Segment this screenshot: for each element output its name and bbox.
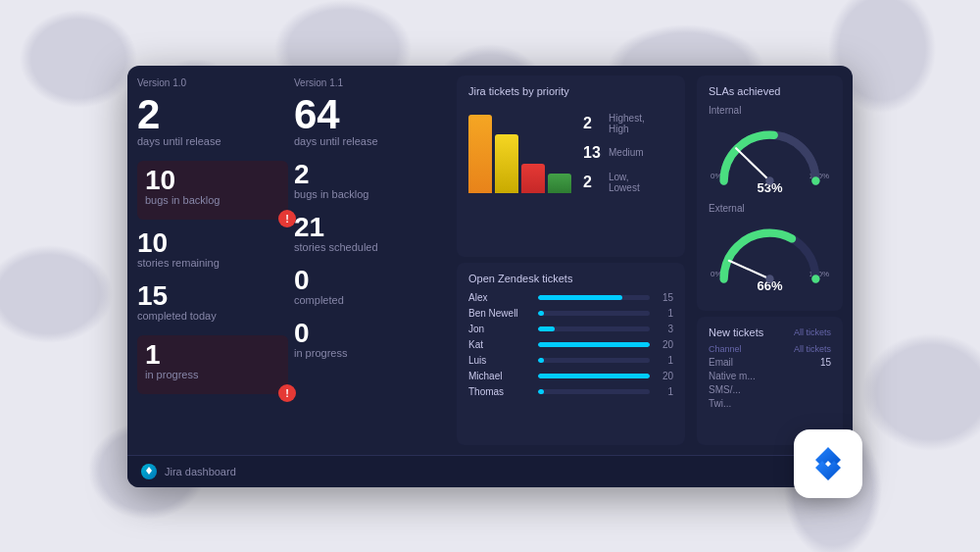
v2-stories-block: 21 stories scheduled [294, 214, 445, 261]
v1-days-block: 2 days until release [137, 94, 288, 155]
v1-bugs-num: 10 [145, 167, 280, 194]
zendesk-row: Jon 3 [468, 324, 673, 334]
left-panels: Version 1.0 2 days until release 10 bugs… [127, 66, 451, 455]
jira-logo-svg [808, 443, 849, 484]
zendesk-row-count: 3 [656, 324, 673, 334]
zendesk-bar-fill [538, 342, 650, 347]
sla-external-label: External [709, 203, 831, 214]
v2-bugs-label: bugs in backlog [294, 188, 445, 200]
jira-footer-icon [141, 464, 157, 479]
svg-point-1 [765, 176, 773, 184]
svg-point-3 [765, 275, 773, 282]
v2-inprogress-num: 0 [294, 320, 445, 347]
legend-medium: 13 Medium [583, 144, 645, 162]
ticket-header-row: Channel All tickets [709, 344, 831, 354]
zendesk-bar-fill [538, 358, 544, 363]
v2-completed-num: 0 [294, 267, 445, 294]
dashboard-footer: Jira dashboard [127, 455, 853, 487]
zendesk-row-count: 1 [656, 386, 673, 397]
v2-stories-num: 21 [294, 214, 445, 241]
zendesk-row-count: 15 [656, 292, 673, 303]
v2-stories-label: stories scheduled [294, 241, 445, 253]
jira-tickets-title: Jira tickets by priority [468, 85, 673, 97]
zendesk-row-name: Thomas [468, 386, 532, 397]
version2-header: Version 1.1 [294, 75, 445, 90]
sla-title: SLAs achieved [709, 85, 831, 97]
ticket-email-label: Email [709, 357, 733, 368]
middle-panels: Jira tickets by priority 2 Highest,High [451, 66, 691, 455]
legend-highest-num: 2 [583, 115, 603, 132]
zendesk-row-count: 20 [656, 371, 673, 381]
zendesk-row-name: Michael [468, 371, 532, 381]
zendesk-title: Open Zendesk tickets [468, 273, 673, 284]
footer-label: Jira dashboard [165, 466, 236, 477]
zendesk-bar-wrap [538, 326, 650, 331]
zendesk-panel: Open Zendesk tickets Alex 15 Ben Newell … [457, 263, 685, 445]
v1-bugs-alert: ! [278, 210, 296, 227]
new-tickets-title: New tickets [709, 326, 763, 338]
zendesk-row-count: 1 [656, 355, 673, 366]
v1-completed-block: 15 completed today [137, 282, 288, 329]
jira-bar-red [521, 164, 545, 193]
zendesk-row: Ben Newell 1 [468, 308, 673, 319]
zendesk-bar-fill [538, 311, 544, 316]
sla-internal-gauge [709, 120, 831, 174]
legend-highest-label: Highest,High [609, 113, 645, 134]
dashboard: Version 1.0 2 days until release 10 bugs… [127, 66, 853, 487]
zendesk-row-count: 1 [656, 308, 673, 319]
zendesk-bar-fill [538, 295, 622, 300]
all-tickets-link[interactable]: All tickets [794, 327, 831, 337]
v1-bugs-box: 10 bugs in backlog ! [137, 161, 288, 220]
version1-col: Version 1.0 2 days until release 10 bugs… [137, 75, 288, 445]
zendesk-bar-fill [538, 374, 650, 378]
jira-chart-area: 2 Highest,High 13 Medium 2 Low,Lowest [468, 105, 673, 193]
zendesk-bar-fill [538, 389, 544, 394]
v2-days-block: 64 days until release [294, 94, 445, 155]
legend-low-label: Low,Lowest [609, 172, 640, 193]
v2-bugs-block: 2 bugs in backlog [294, 161, 445, 208]
gauge-internal-svg [709, 120, 831, 186]
jira-floating-container [794, 429, 862, 498]
ticket-sms-label: SMS/... [709, 384, 741, 395]
zendesk-bar-wrap [538, 358, 650, 363]
v2-inprogress-block: 0 in progress [294, 320, 445, 367]
zendesk-row: Alex 15 [468, 292, 673, 303]
jira-bar-chart [468, 105, 571, 193]
ticket-twi-row: Twi... [709, 398, 831, 409]
v1-completed-label: completed today [137, 310, 288, 322]
zendesk-bar-fill [538, 326, 555, 331]
sla-external-gauge [709, 218, 831, 272]
ticket-native-label: Native m... [709, 371, 756, 381]
zendesk-row-count: 20 [656, 339, 673, 350]
ticket-col-channel: Channel [709, 344, 742, 354]
jira-floating-badge [794, 429, 862, 498]
zendesk-row: Kat 20 [468, 339, 673, 350]
v1-inprogress-label: in progress [145, 369, 280, 380]
ticket-email-row: Email 15 [709, 357, 831, 368]
zendesk-row: Michael 20 [468, 371, 673, 381]
jira-bar-orange [468, 115, 492, 193]
v1-days-label: days until release [137, 135, 288, 147]
jira-legend: 2 Highest,High 13 Medium 2 Low,Lowest [583, 113, 645, 193]
zendesk-rows: Alex 15 Ben Newell 1 Jon 3 Kat 20 Luis [468, 292, 673, 397]
legend-low: 2 Low,Lowest [583, 172, 645, 193]
ticket-sms-row: SMS/... [709, 384, 831, 395]
zendesk-row-name: Luis [468, 355, 532, 366]
zendesk-row-name: Ben Newell [468, 308, 532, 319]
v2-completed-label: completed [294, 294, 445, 306]
v1-stories-num: 10 [137, 229, 288, 257]
zendesk-row-name: Kat [468, 339, 532, 350]
legend-medium-num: 13 [583, 144, 603, 162]
v1-inprogress-num: 1 [145, 341, 280, 369]
right-panels: SLAs achieved Internal [691, 66, 853, 455]
zendesk-row: Thomas 1 [468, 386, 673, 397]
version1-header: Version 1.0 [137, 75, 288, 90]
v1-inprogress-alert: ! [278, 384, 296, 402]
zendesk-bar-wrap [538, 295, 650, 300]
zendesk-bar-wrap [538, 311, 650, 316]
new-tickets-header: New tickets All tickets [709, 326, 831, 338]
v2-days-label: days until release [294, 135, 445, 147]
v2-days-num: 64 [294, 94, 445, 135]
v1-stories-label: stories remaining [137, 257, 288, 269]
ticket-twi-label: Twi... [709, 398, 731, 409]
